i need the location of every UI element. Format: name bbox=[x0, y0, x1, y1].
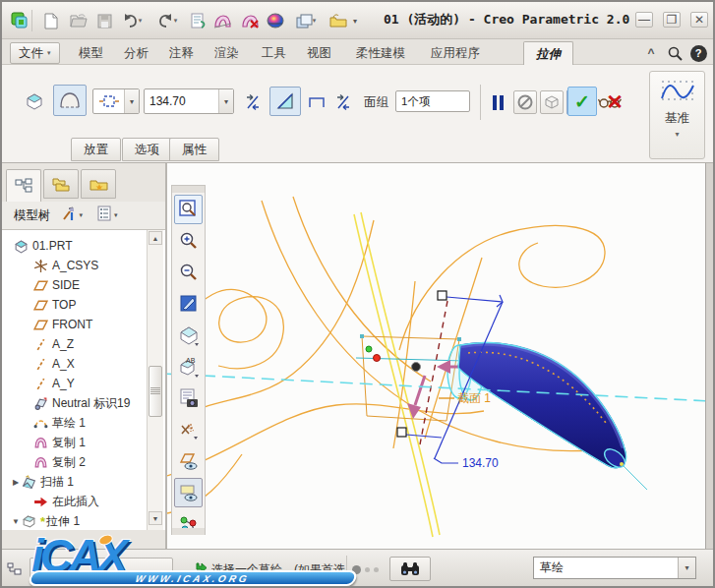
help-icon[interactable]: ? bbox=[688, 43, 708, 63]
tree-item-sketch[interactable]: 草绘 1 bbox=[2, 413, 146, 433]
flip-direction-button[interactable] bbox=[240, 90, 266, 114]
tree-item-neutral[interactable]: Neutral 标识19 bbox=[2, 393, 146, 413]
tree-item-axis-az[interactable]: A_Z bbox=[2, 334, 146, 354]
filter-dropdown-icon[interactable]: ▾ bbox=[678, 558, 695, 578]
tab-annotate[interactable]: 注释 bbox=[157, 42, 206, 65]
view-manager-button[interactable] bbox=[174, 383, 203, 413]
redo-button[interactable]: ▾ bbox=[151, 9, 183, 32]
dimension-value[interactable]: 134.70 bbox=[462, 456, 499, 470]
tab-tools[interactable]: 工具 bbox=[250, 42, 298, 65]
regenerate-button[interactable] bbox=[187, 9, 210, 32]
drag-handle[interactable] bbox=[438, 291, 447, 300]
tree-tools-dropdown-icon[interactable]: ▾ bbox=[80, 211, 84, 219]
close-button[interactable]: ✕ bbox=[690, 12, 708, 28]
depth-option-combo[interactable]: ▾ bbox=[92, 88, 140, 114]
datum-dropdown-icon[interactable]: ▾ bbox=[675, 130, 679, 139]
tree-item-insert-here[interactable]: 在此插入 bbox=[2, 492, 146, 511]
tab-placement[interactable]: 放置 bbox=[71, 138, 121, 161]
depth-option-dropdown-icon[interactable]: ▾ bbox=[124, 89, 139, 113]
tab-flexible-modeling[interactable]: 柔性建模 bbox=[344, 42, 417, 65]
collapse-icon[interactable]: ▼ bbox=[10, 517, 22, 526]
plane-display-button[interactable] bbox=[174, 446, 203, 476]
tree-item-plane-top[interactable]: TOP bbox=[2, 295, 146, 315]
cancel-button[interactable]: ✕ bbox=[602, 88, 627, 114]
tree-vscrollbar[interactable]: ▲ ▼ bbox=[147, 230, 163, 530]
ok-button[interactable]: ✓ bbox=[567, 87, 597, 116]
depth-value-input[interactable]: 134.70 bbox=[145, 94, 218, 108]
tab-model[interactable]: 模型 bbox=[67, 42, 115, 65]
maximize-button[interactable]: ❐ bbox=[663, 12, 681, 28]
solid-type-button[interactable] bbox=[20, 87, 49, 116]
feature-delete-icon[interactable] bbox=[238, 9, 262, 32]
tree-item-plane-side[interactable]: SIDE bbox=[2, 275, 146, 295]
tab-options[interactable]: 选项 bbox=[122, 138, 172, 161]
feature-tool-icon[interactable] bbox=[210, 9, 234, 32]
flip-material-side-button[interactable] bbox=[330, 90, 356, 114]
zoom-out-button[interactable] bbox=[174, 258, 203, 287]
navigator-toggle-icon[interactable] bbox=[7, 561, 22, 579]
tree-item-plane-front[interactable]: FRONT bbox=[2, 315, 146, 334]
search-icon[interactable] bbox=[665, 43, 685, 63]
tab-model-tree[interactable] bbox=[6, 169, 41, 202]
app-logo-icon[interactable] bbox=[8, 9, 31, 32]
windows-button[interactable]: ▾ bbox=[289, 9, 323, 32]
tree-item-copy-1[interactable]: 复制 1 bbox=[2, 433, 146, 452]
surface-type-button[interactable] bbox=[53, 85, 87, 116]
graphics-canvas[interactable]: 134.70 截面 1 bbox=[167, 163, 705, 549]
find-button[interactable] bbox=[389, 557, 431, 581]
toolbar-scroll-up[interactable] bbox=[172, 186, 205, 193]
annotation-display-button[interactable] bbox=[174, 478, 203, 507]
no-preview-button[interactable] bbox=[513, 90, 537, 114]
tree-item-csys[interactable]: A_CSYS bbox=[2, 256, 146, 275]
minimize-ribbon-icon[interactable]: ^ bbox=[641, 43, 661, 63]
pause-button[interactable] bbox=[486, 90, 509, 114]
depth-value-dropdown-icon[interactable]: ▾ bbox=[218, 89, 233, 113]
capped-ends-icon[interactable] bbox=[305, 92, 328, 112]
undo-button[interactable]: ▾ bbox=[116, 9, 148, 32]
depth-value-combo[interactable]: 134.70 ▾ bbox=[144, 88, 234, 114]
file-menu-button[interactable]: 文件▾ bbox=[10, 42, 60, 64]
open-file-button[interactable] bbox=[67, 9, 90, 32]
display-style-button[interactable] bbox=[174, 321, 203, 350]
tree-item-sweep[interactable]: ▶扫描 1 bbox=[2, 472, 146, 492]
tree-item-axis-ay[interactable]: A_Y bbox=[2, 374, 146, 393]
datum-display-filters-button[interactable] bbox=[174, 415, 203, 444]
tab-extrude-active[interactable]: 拉伸 bbox=[523, 41, 573, 66]
new-file-button[interactable] bbox=[39, 9, 63, 32]
tree-item-extrude[interactable]: ▼*拉伸 1 bbox=[2, 511, 146, 530]
expand-icon[interactable]: ▶ bbox=[10, 478, 22, 487]
refit-button[interactable] bbox=[174, 195, 203, 224]
tab-render[interactable]: 渲染 bbox=[203, 42, 251, 65]
wireframe-preview-button[interactable] bbox=[540, 90, 564, 114]
render-sphere-icon[interactable] bbox=[264, 9, 287, 32]
scroll-up-button[interactable]: ▲ bbox=[149, 231, 162, 245]
tree-item-copy-2[interactable]: 复制 2 bbox=[2, 452, 146, 472]
tab-view[interactable]: 视图 bbox=[295, 42, 343, 65]
toolbar-scroll-down[interactable] bbox=[172, 528, 205, 535]
yellow-curves[interactable] bbox=[354, 212, 440, 537]
toolbar-overflow-button[interactable]: ▾ bbox=[348, 9, 362, 32]
tab-analysis[interactable]: 分析 bbox=[112, 42, 160, 65]
saved-orientations-button[interactable]: AB bbox=[174, 352, 203, 382]
datum-group-button[interactable]: 基准 ▾ bbox=[649, 71, 705, 159]
repaint-button[interactable] bbox=[174, 289, 203, 319]
drag-handle[interactable] bbox=[397, 428, 406, 437]
close-window-folder-button[interactable] bbox=[327, 9, 350, 32]
tree-tools-icon[interactable] bbox=[61, 206, 78, 226]
quilt-field[interactable]: 1个项 bbox=[395, 90, 470, 112]
tree-settings-icon[interactable] bbox=[96, 206, 112, 225]
tab-applications[interactable]: 应用程序 bbox=[419, 42, 492, 65]
tab-folder-browser[interactable] bbox=[43, 169, 79, 199]
tree-item-part[interactable]: 01.PRT bbox=[2, 236, 146, 256]
vscroll-thumb[interactable] bbox=[149, 366, 162, 417]
tab-properties[interactable]: 属性 bbox=[169, 138, 219, 161]
selection-filter-dropdown[interactable]: 草绘 ▾ bbox=[533, 557, 696, 579]
tree-settings-dropdown-icon[interactable]: ▾ bbox=[114, 211, 118, 219]
remove-material-button[interactable] bbox=[269, 87, 301, 116]
section-label[interactable]: 截面 1 bbox=[457, 391, 491, 405]
zoom-in-button[interactable] bbox=[174, 226, 203, 256]
save-button[interactable] bbox=[92, 9, 116, 32]
minimize-button[interactable]: — bbox=[635, 12, 653, 28]
scroll-down-button[interactable]: ▼ bbox=[149, 511, 162, 525]
tree-item-axis-ax[interactable]: A_X bbox=[2, 354, 146, 374]
